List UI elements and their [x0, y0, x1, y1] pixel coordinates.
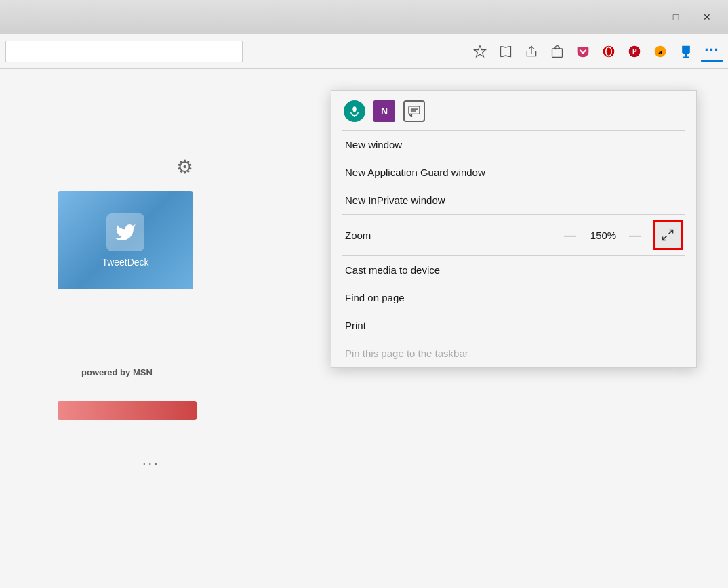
chat-icon	[403, 100, 425, 122]
svg-rect-11	[683, 56, 689, 58]
minimize-button[interactable]: —	[629, 6, 660, 28]
find-on-page-item[interactable]: Find on page	[331, 284, 696, 312]
gear-icon[interactable]: ⚙	[176, 156, 193, 178]
favorites-icon[interactable]	[469, 41, 491, 62]
svg-point-12	[352, 106, 356, 112]
chat-button[interactable]	[402, 99, 426, 123]
tweetdeck-label: TweetDeck	[102, 257, 148, 268]
svg-line-18	[663, 236, 667, 240]
pin-taskbar-item: Pin this page to the taskbar	[331, 339, 696, 367]
onenote-icon: N	[373, 100, 395, 122]
svg-text:P: P	[632, 47, 636, 56]
svg-point-3	[559, 48, 560, 49]
share-icon[interactable]	[521, 41, 542, 62]
dropdown-menu: N New window New Application Guard windo…	[331, 90, 697, 368]
maximize-button[interactable]: □	[660, 6, 691, 28]
zoom-row: Zoom — 150% —	[331, 215, 696, 255]
window-controls: — □ ✕	[629, 6, 723, 28]
tweetdeck-icon	[106, 213, 144, 251]
mic-button[interactable]	[342, 99, 367, 123]
svg-text:a: a	[658, 47, 662, 56]
toolbar: P a ···	[0, 34, 728, 69]
zoom-value: 150%	[586, 230, 620, 241]
menu-icons-row: N	[331, 91, 696, 130]
address-bar[interactable]	[5, 41, 243, 62]
svg-point-2	[555, 48, 557, 49]
opera-icon[interactable]	[598, 41, 620, 62]
zoom-minus-button[interactable]: —	[559, 226, 581, 245]
pinterest-icon[interactable]: P	[624, 41, 645, 62]
svg-marker-0	[474, 45, 486, 56]
new-window-item[interactable]: New window	[331, 131, 696, 159]
bag-icon[interactable]	[546, 41, 568, 62]
new-app-guard-item[interactable]: New Application Guard window	[331, 159, 696, 186]
reading-icon[interactable]	[495, 41, 517, 62]
microphone-icon	[344, 100, 365, 122]
tweetdeck-tile[interactable]: TweetDeck	[58, 191, 193, 289]
award-icon[interactable]	[675, 41, 697, 62]
new-inprivate-item[interactable]: New InPrivate window	[331, 186, 696, 214]
amazon-icon[interactable]: a	[649, 41, 671, 62]
page-dots: ···	[142, 455, 160, 471]
close-button[interactable]: ✕	[691, 6, 723, 28]
svg-rect-1	[552, 48, 563, 57]
powered-by: powered by MSN	[81, 367, 153, 377]
svg-rect-14	[409, 106, 420, 114]
onenote-button[interactable]: N	[372, 99, 397, 123]
title-bar: — □ ✕	[0, 0, 728, 34]
zoom-label: Zoom	[345, 230, 386, 241]
fullscreen-button[interactable]	[653, 220, 683, 250]
cast-media-item[interactable]: Cast media to device	[331, 256, 696, 284]
toolbar-icons: P a ···	[469, 41, 723, 62]
zoom-plus-button[interactable]: —	[626, 226, 645, 245]
print-item[interactable]: Print	[331, 312, 696, 339]
pink-bar	[58, 401, 197, 420]
more-button[interactable]: ···	[701, 41, 723, 62]
pocket-icon[interactable]	[572, 41, 594, 62]
svg-line-17	[669, 230, 673, 234]
